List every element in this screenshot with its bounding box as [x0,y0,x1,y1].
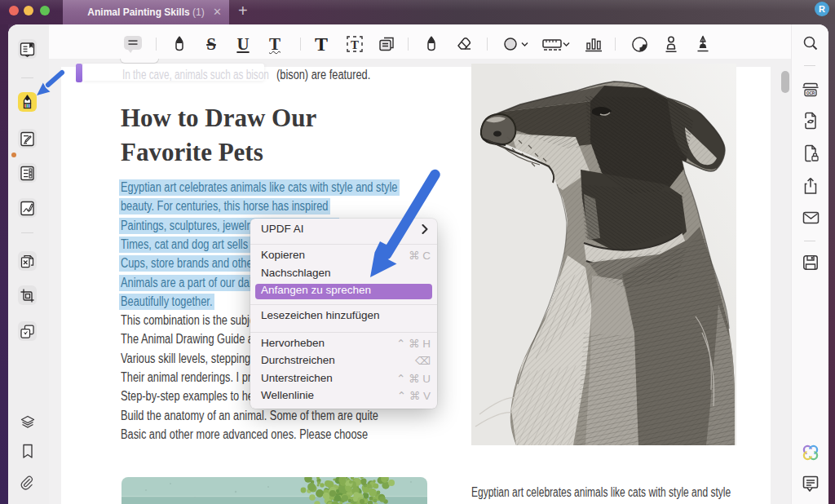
svg-text:OCR: OCR [806,91,815,95]
svg-text:T: T [351,38,359,51]
